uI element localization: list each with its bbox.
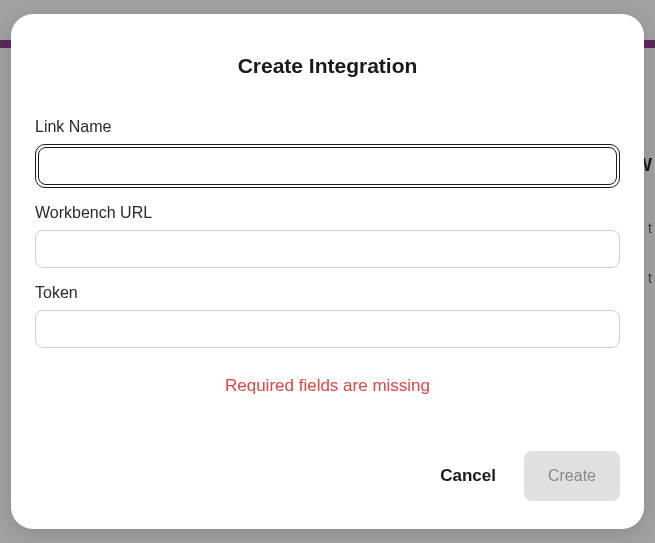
create-button[interactable]: Create	[524, 451, 620, 501]
create-integration-modal: Create Integration Link Name Workbench U…	[11, 14, 644, 529]
backdrop-line-1: t	[648, 220, 652, 236]
error-message: Required fields are missing	[35, 376, 620, 396]
workbench-url-group: Workbench URL	[35, 204, 620, 268]
workbench-url-input-wrapper	[35, 230, 620, 268]
token-group: Token	[35, 284, 620, 348]
token-input-wrapper	[35, 310, 620, 348]
link-name-input[interactable]	[38, 147, 617, 185]
modal-actions: Cancel Create	[35, 451, 620, 501]
cancel-button[interactable]: Cancel	[436, 458, 500, 494]
link-name-input-wrapper	[35, 144, 620, 188]
token-label: Token	[35, 284, 620, 302]
workbench-url-input[interactable]	[35, 230, 620, 268]
token-input[interactable]	[35, 310, 620, 348]
link-name-label: Link Name	[35, 118, 620, 136]
backdrop-line-2: t	[648, 270, 652, 286]
link-name-group: Link Name	[35, 118, 620, 188]
modal-title: Create Integration	[35, 54, 620, 78]
workbench-url-label: Workbench URL	[35, 204, 620, 222]
